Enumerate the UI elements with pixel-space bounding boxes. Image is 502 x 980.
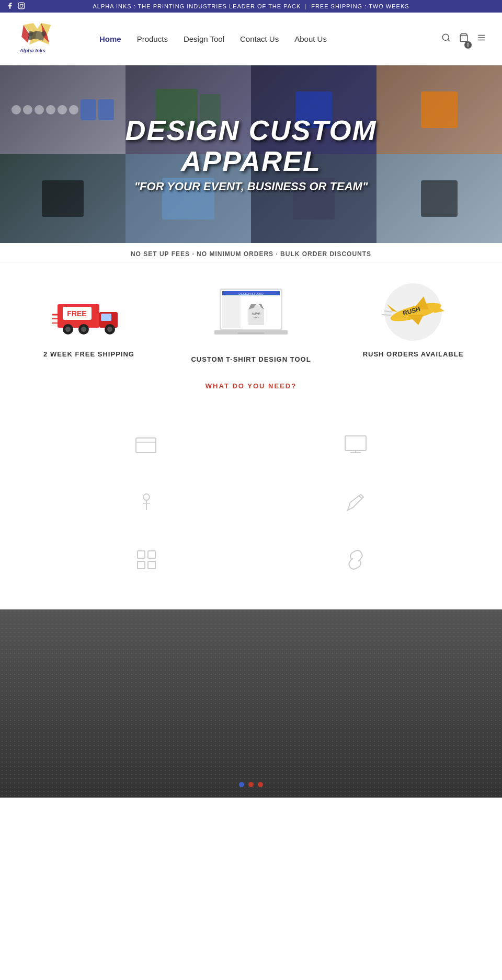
feature-design-tool: DESIGN STUDIO ALPHA INKS CUSTOM T-SHIRT … [178,283,324,363]
tag-icon [133,432,159,458]
banner-text: ALPHA INKS : THE PRINTING INDUSTRIES LEA… [93,3,409,9]
shipping-image-area: FREE [47,283,131,341]
three-features-section: FREE 2 WEEK FREE SHIPPING DESIGN STUDIO [0,262,502,379]
hero-title-line2: APPAREL [181,146,321,177]
icon-item-5 [42,531,251,589]
design-tool-image-area: DESIGN STUDIO ALPHA INKS [209,283,293,346]
cart-badge: 0 [464,41,472,49]
svg-text:INKS: INKS [254,316,259,319]
carousel-dot-3[interactable] [258,782,263,787]
svg-rect-40 [238,332,264,334]
dark-pattern-bg [0,609,502,798]
svg-point-2 [22,3,24,4]
nav-products[interactable]: Products [137,34,168,43]
footer-space [0,798,502,829]
features-bar: NO SET UP FEES · NO MINIMUM ORDERS · BUL… [0,243,502,262]
design-tool-label: CUSTOM T-SHIRT DESIGN TOOL [191,355,311,363]
search-icon[interactable] [441,33,451,44]
svg-line-44 [382,315,391,315]
top-banner: ALPHA INKS : THE PRINTING INDUSTRIES LEA… [0,0,502,13]
svg-point-50 [143,494,150,500]
nav-links: Home Products Design Tool Contact Us Abo… [99,34,441,43]
monitor-icon [343,432,369,458]
shipping-truck-icon: FREE [52,289,126,336]
svg-text:ALPHA: ALPHA [252,312,261,315]
laptop-icon: DESIGN STUDIO ALPHA INKS [212,286,290,343]
navbar: Alpha Inks Home Products Design Tool Con… [0,13,502,65]
link-icon [343,547,369,573]
svg-point-25 [107,327,112,332]
nav-about-us[interactable]: About Us [294,34,327,43]
rush-plane-icon: RUSH [376,286,450,338]
nav-contact-us[interactable]: Contact Us [240,34,279,43]
icon-item-6 [251,531,460,589]
svg-rect-55 [148,551,155,558]
svg-rect-19 [101,314,111,321]
logo-image: Alpha Inks [16,18,63,60]
rush-image-area: RUSH [371,283,455,341]
svg-rect-54 [138,551,145,558]
facebook-icon[interactable] [6,2,14,11]
hero-title-line1: DESIGN CUSTOM [125,115,376,146]
grid-icon [133,547,159,573]
svg-line-12 [448,39,449,41]
svg-point-11 [442,34,449,40]
svg-rect-47 [345,436,366,451]
rush-label: RUSH ORDERS AVAILABLE [363,350,464,358]
icon-item-2 [251,416,460,474]
svg-rect-57 [148,561,155,569]
carousel-dot-1[interactable] [239,782,244,787]
svg-rect-35 [222,295,241,328]
nav-right-icons: 0 [441,33,486,44]
svg-point-21 [65,327,71,332]
pen-icon [343,489,369,515]
carousel-dots [239,782,263,787]
svg-rect-45 [136,438,156,453]
cart-icon[interactable]: 0 [459,33,469,44]
features-bar-text: NO SET UP FEES · NO MINIMUM ORDERS · BUL… [131,250,371,258]
what-do-you-need[interactable]: WHAT DO YOU NEED? [0,379,502,400]
icons-section [0,406,502,599]
nav-design-tool[interactable]: Design Tool [184,34,224,43]
separator: | [305,3,307,9]
pin-icon [133,489,159,515]
hero-section: DESIGN CUSTOM APPAREL "FOR YOUR EVENT, B… [0,65,502,243]
svg-text:DESIGN STUDIO: DESIGN STUDIO [238,292,264,295]
svg-point-9 [42,31,47,37]
svg-rect-0 [18,3,25,9]
icon-item-1 [42,416,251,474]
dark-carousel-section [0,609,502,798]
svg-point-8 [28,31,33,37]
feature-rush: RUSH RUSH ORDERS AVAILABLE [340,283,486,358]
carousel-dot-2[interactable] [248,782,254,787]
icon-item-4 [251,474,460,531]
nav-home[interactable]: Home [99,34,121,43]
logo-area[interactable]: Alpha Inks [16,18,89,60]
svg-text:Alpha Inks: Alpha Inks [19,48,46,53]
shipping-label: 2 WEEK FREE SHIPPING [43,350,134,358]
svg-text:FREE: FREE [67,309,86,318]
svg-point-23 [81,327,86,332]
instagram-icon[interactable] [18,2,25,11]
hero-overlay: DESIGN CUSTOM APPAREL "FOR YOUR EVENT, B… [0,65,502,243]
svg-rect-56 [138,561,145,569]
hero-subtitle: "FOR YOUR EVENT, BUSINESS OR TEAM" [134,180,368,193]
icon-item-3 [42,474,251,531]
feature-shipping: FREE 2 WEEK FREE SHIPPING [16,283,162,358]
svg-point-1 [20,4,23,7]
svg-line-43 [384,311,392,312]
menu-icon[interactable] [477,33,486,44]
